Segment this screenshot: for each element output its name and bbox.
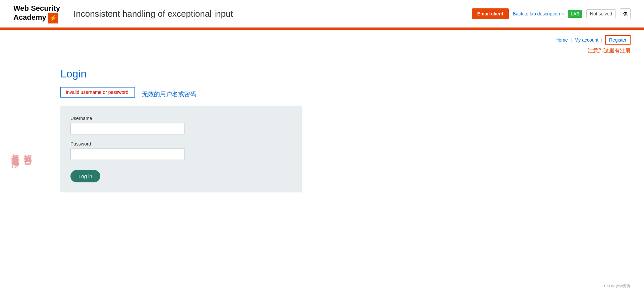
logo-line2: Academy: [13, 13, 46, 22]
register-annotation: 注意到这里有注册: [0, 47, 644, 54]
password-group: Password: [70, 141, 292, 160]
side-vert-text-1: 把底线退干净: [10, 148, 20, 156]
back-to-lab-link[interactable]: Back to lab description »: [513, 11, 564, 16]
top-header: Web Security Academy⚡ Inconsistent handl…: [0, 0, 644, 28]
flask-icon[interactable]: ⚗: [620, 8, 631, 19]
nav-bar: Home | My account | Register: [0, 30, 644, 47]
footer: CSDN @yh野良: [604, 284, 631, 289]
nav-my-account-link[interactable]: My account: [575, 37, 599, 43]
error-row: Invalid username or password. 无效的用户名或密码: [60, 87, 584, 102]
email-client-button[interactable]: Email client: [472, 8, 509, 19]
header-right: Email client Back to lab description » L…: [465, 8, 631, 19]
side-annotation: 把底线退干净 找到自己: [10, 148, 33, 156]
error-message: Invalid username or password.: [60, 87, 135, 98]
nav-separator-1: |: [571, 37, 572, 43]
login-button[interactable]: Log in: [70, 170, 100, 182]
logo-line1: Web Security: [13, 4, 60, 12]
chinese-error-annotation: 无效的用户名或密码: [142, 90, 196, 98]
password-label: Password: [70, 141, 292, 147]
nav-separator-2: |: [601, 37, 602, 43]
username-input[interactable]: [70, 123, 184, 134]
not-solved-label: Not solved: [586, 9, 616, 18]
side-vert-text-2: 找到自己: [23, 148, 33, 156]
main-content: 把底线退干净 找到自己 Login Invalid username or pa…: [0, 61, 644, 206]
login-form-container: Username Password Log in: [60, 106, 302, 192]
page-title: Login: [60, 68, 584, 80]
username-group: Username: [70, 116, 292, 134]
logo-text: Web Security Academy⚡: [13, 4, 60, 23]
password-input[interactable]: [70, 149, 184, 160]
logo-icon: ⚡: [48, 13, 58, 23]
header-actions: Email client Back to lab description »: [472, 8, 564, 19]
lab-badge: LAB: [568, 10, 582, 18]
nav-home-link[interactable]: Home: [555, 37, 568, 43]
nav-register-link[interactable]: Register: [605, 35, 631, 45]
header-title: Inconsistent handling of exceptional inp…: [73, 9, 465, 19]
username-label: Username: [70, 116, 292, 121]
logo-area: Web Security Academy⚡: [13, 4, 60, 23]
